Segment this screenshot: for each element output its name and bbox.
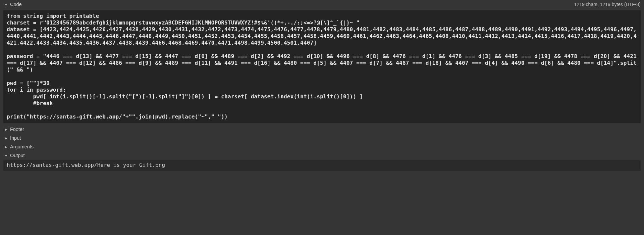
- section-header-footer[interactable]: ▶ Footer: [0, 125, 644, 134]
- section-header-input[interactable]: ▶ Input: [0, 134, 644, 142]
- section-title-arguments: Arguments: [10, 144, 34, 149]
- section-title-footer: Footer: [10, 127, 24, 132]
- chevron-down-icon: ▼: [4, 3, 8, 6]
- code-content[interactable]: from string import printable charset = r…: [3, 10, 641, 123]
- section-header-arguments[interactable]: ▶ Arguments: [0, 142, 644, 151]
- chevron-right-icon: ▶: [4, 128, 8, 131]
- section-header-output[interactable]: ▼ Output: [0, 151, 644, 160]
- chevron-down-icon: ▼: [4, 154, 8, 157]
- section-title-output: Output: [10, 153, 25, 158]
- output-content[interactable]: https://santas-gift.web.app/Here is your…: [3, 160, 641, 171]
- section-title-code: Code: [10, 2, 22, 7]
- section-title-input: Input: [10, 135, 21, 141]
- code-size-info: 1219 chars, 1219 bytes (UTF-8): [574, 2, 641, 7]
- chevron-right-icon: ▶: [4, 145, 8, 149]
- chevron-right-icon: ▶: [4, 136, 8, 140]
- section-header-code[interactable]: ▼ Code 1219 chars, 1219 bytes (UTF-8): [0, 0, 644, 9]
